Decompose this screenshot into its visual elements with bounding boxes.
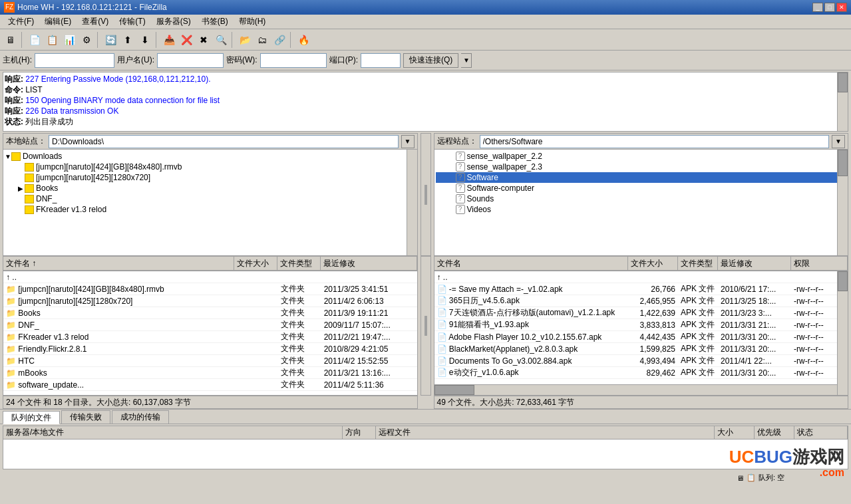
transfer-col-priority[interactable]: 优先级 — [755, 426, 794, 439]
menu-item-E[interactable]: 编辑(E) — [39, 15, 77, 29]
close-button[interactable]: ✕ — [836, 3, 847, 12]
remote-hscrollbar[interactable] — [434, 384, 838, 395]
log-scrollbar[interactable] — [837, 72, 848, 131]
remote-vscrollbar[interactable] — [837, 271, 848, 395]
transfer-col-remote[interactable]: 远程文件 — [376, 426, 715, 439]
local-col-name[interactable]: 文件名 ↑ — [3, 257, 234, 270]
local-path-dropdown[interactable]: ▼ — [401, 135, 415, 148]
local-row-up[interactable]: ↑ .. — [3, 271, 417, 283]
remote-row-6[interactable]: 📄 BlackMarket(Applanet)_v2.8.0.3.apk 1,5… — [434, 343, 848, 355]
username-input[interactable] — [157, 53, 224, 68]
remote-row-8[interactable]: 📄 e动交行_v1.0.6.apk 829,462 APK 文件 2011/3/… — [434, 367, 848, 379]
local-row-2[interactable]: 📁 [jumpcn][naruto][425][1280x720] 文件夹 20… — [3, 295, 417, 307]
toolbar-btn-10[interactable]: 📂 — [237, 32, 253, 48]
remote-row-up[interactable]: ↑ .. — [434, 271, 848, 283]
toolbar-btn-8[interactable]: ✖ — [196, 32, 212, 48]
remote-item-software-computer[interactable]: ? Software-computer — [436, 183, 847, 193]
menu-item-B[interactable]: 书签(B) — [196, 15, 234, 29]
toolbar-btn-1[interactable]: 🖥 — [3, 32, 19, 48]
menu-item-T[interactable]: 传输(T) — [114, 15, 150, 29]
toolbar-btn-4[interactable]: 📊 — [61, 32, 77, 48]
remote-tree-scrollbar[interactable] — [837, 150, 848, 255]
tree-item-dnf[interactable]: DNF_ — [5, 193, 416, 204]
minimize-button[interactable]: _ — [812, 3, 823, 12]
local-col-size[interactable]: 文件大小 — [234, 257, 277, 270]
remote-hscrollbar-thumb[interactable] — [434, 385, 474, 395]
remote-row-7[interactable]: 📄 Documents To Go_v3.002.884.apk 4,993,4… — [434, 355, 848, 367]
tab-queue[interactable]: 队列的文件 — [3, 411, 60, 424]
remote-row-4[interactable]: 📄 91能猫看书_v1.93.apk 3,833,813 APK 文件 2011… — [434, 319, 848, 331]
local-row-6[interactable]: 📁 Friendly.Flickr.2.8.1 文件夹 2010/8/29 4:… — [3, 343, 417, 355]
port-input[interactable] — [361, 53, 401, 68]
transfer-col-size[interactable]: 大小 — [715, 426, 755, 439]
transfer-col-status[interactable]: 状态 — [794, 426, 848, 439]
remote-col-modified[interactable]: 最近修改 — [718, 257, 791, 270]
toolbar-btn-9[interactable]: 🔍 — [213, 32, 229, 48]
local-col-modified[interactable]: 最近修改 — [321, 257, 417, 270]
remote-tree-scrollbar-thumb[interactable] — [838, 150, 848, 176]
toolbar-btn-2[interactable]: 📄 — [27, 32, 43, 48]
tab-failed[interactable]: 传输失败 — [61, 410, 110, 424]
toolbar-stop[interactable]: ⬆ — [120, 32, 136, 48]
menu-item-S[interactable]: 服务器(S) — [151, 15, 196, 29]
local-row-5[interactable]: 📁 FKreader v1.3 relod 文件夹 2011/2/21 19:4… — [3, 331, 417, 343]
local-row-4[interactable]: 📁 DNF_ 文件夹 2009/11/7 15:07:... — [3, 319, 417, 331]
remote-item-wallpaper23[interactable]: ? sense_wallpaper_2.3 — [436, 162, 847, 172]
local-row-1[interactable]: 📁 [jumpcn][naruto][424][GB][848x480].rmv… — [3, 283, 417, 295]
tree-item-books[interactable]: ▶ Books — [5, 183, 416, 193]
remote-col-name[interactable]: 文件名 — [434, 257, 629, 270]
tree-item-downloads[interactable]: ▼ Downloads — [5, 151, 416, 162]
remote-vscrollbar-thumb[interactable] — [838, 271, 848, 291]
local-file-rows: ↑ .. 📁 [jumpcn][naruto][424][GB][848x480… — [3, 271, 417, 395]
menu-item-F[interactable]: 文件(F) — [3, 15, 39, 29]
remote-status-text: 49 个文件。大小总共: 72,633,461 字节 — [437, 397, 575, 408]
toolbar-refresh[interactable]: 🔄 — [102, 32, 118, 48]
local-row-3[interactable]: 📁 Books 文件夹 2011/3/9 19:11:21 — [3, 307, 417, 319]
toolbar-btn-12[interactable]: 🔗 — [271, 32, 287, 48]
pane-splitter[interactable] — [421, 133, 431, 256]
transfer-col-direction[interactable]: 方向 — [343, 426, 376, 439]
remote-col-perms[interactable]: 权限 — [791, 257, 848, 270]
toolbar-btn-3[interactable]: 📋 — [44, 32, 60, 48]
local-col-type[interactable]: 文件类型 — [277, 257, 321, 270]
toolbar-up[interactable]: ⬇ — [137, 32, 153, 48]
local-tree-scrollbar[interactable] — [407, 150, 417, 255]
remote-item-software[interactable]: ? Software — [436, 172, 847, 183]
toolbar-btn-13[interactable]: 🔥 — [295, 32, 311, 48]
local-row-7[interactable]: 📁 HTC 文件夹 2011/4/2 15:52:55 — [3, 355, 417, 367]
local-path-input[interactable] — [49, 135, 399, 148]
remote-item-sounds[interactable]: ? Sounds — [436, 193, 847, 204]
tree-item-fkreader[interactable]: FKreader v1.3 relod — [5, 204, 416, 215]
transfer-col-server[interactable]: 服务器/本地文件 — [3, 426, 343, 439]
remote-col-size[interactable]: 文件大小 — [628, 257, 678, 270]
menu-item-H[interactable]: 帮助(H) — [234, 15, 271, 29]
toolbar: 🖥 📄 📋 📊 ⚙ 🔄 ⬆ ⬇ 📥 ❌ ✖ 🔍 📂 🗂 🔗 🔥 — [0, 29, 851, 51]
remote-row-1[interactable]: 📄 -= Save my Attach =-_v1.02.apk 26,766 … — [434, 283, 848, 295]
tree-item-naruto425[interactable]: [jumpcn][naruto][425][1280x720] — [5, 172, 416, 183]
tree-item-rmvb[interactable]: [jumpcn][naruto][424][GB][848x480].rmvb — [5, 162, 416, 172]
remote-path-input[interactable] — [480, 135, 830, 148]
connect-dropdown[interactable]: ▼ — [461, 53, 472, 68]
remote-col-type[interactable]: 文件类型 — [678, 257, 718, 270]
local-row-9[interactable]: 📁 software_update... 文件夹 2011/4/2 5:11:3… — [3, 379, 417, 391]
remote-row-3[interactable]: 📄 7天连锁酒店-点行移动版(automavi)_v1.2.1.apk 1,42… — [434, 307, 848, 319]
password-input[interactable] — [260, 53, 327, 68]
toolbar-btn-5[interactable]: ⚙ — [79, 32, 94, 48]
toolbar-btn-7[interactable]: ❌ — [178, 32, 194, 48]
toolbar-btn-11[interactable]: 🗂 — [254, 32, 270, 48]
remote-row-2[interactable]: 📄 365日历_v4.5.6.apk 2,465,955 APK 文件 2011… — [434, 295, 848, 307]
toolbar-btn-6[interactable]: 📥 — [161, 32, 177, 48]
local-row-8[interactable]: 📁 mBooks 文件夹 2011/3/21 13:16:... — [3, 367, 417, 379]
menu-item-V[interactable]: 查看(V) — [77, 15, 114, 29]
tab-success[interactable]: 成功的传输 — [112, 410, 169, 424]
remote-row-5[interactable]: 📄 Adobe Flash Player 10.2_v10.2.155.67.a… — [434, 331, 848, 343]
maximize-button[interactable]: □ — [824, 3, 835, 12]
remote-tree-pane: 远程站点： ▼ ? sense_wallpaper_2.2 ? sense_wa… — [434, 133, 849, 256]
remote-path-dropdown[interactable]: ▼ — [832, 135, 845, 148]
host-input[interactable] — [35, 53, 114, 68]
file-splitter[interactable] — [421, 256, 431, 396]
remote-item-videos[interactable]: ? Videos — [436, 204, 847, 215]
remote-item-wallpaper22[interactable]: ? sense_wallpaper_2.2 — [436, 151, 847, 162]
connect-button[interactable]: 快速连接(Q) — [403, 53, 458, 68]
log-scrollbar-thumb[interactable] — [838, 72, 848, 92]
